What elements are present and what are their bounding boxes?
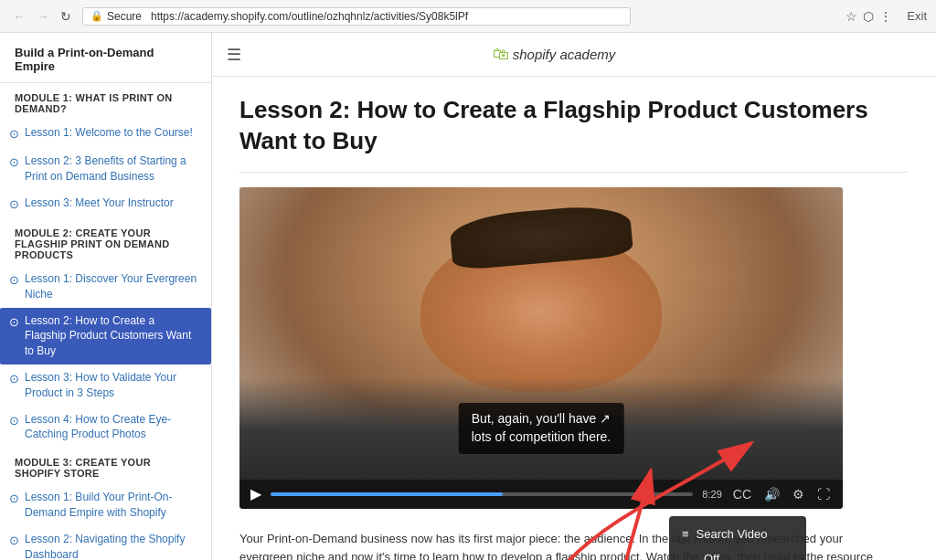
video-player[interactable]: But, again, you'll have ↗ lots of compet…	[239, 187, 843, 509]
caption-line1: But, again, you'll have ↗	[472, 410, 612, 428]
context-menu-search-label: Search Video	[697, 527, 768, 541]
sidebar-item-m1l2[interactable]: ⊙ Lesson 2: 3 Benefits of Starting a Pri…	[0, 148, 211, 190]
browser-action-buttons[interactable]: ☆ ⬡ ⋮	[846, 9, 892, 24]
check-icon: ⊙	[9, 413, 19, 429]
check-icon: ⊙	[9, 533, 19, 549]
video-wrapper: But, again, you'll have ↗ lots of compet…	[239, 187, 843, 527]
forward-button[interactable]: →	[33, 7, 53, 26]
sidebar-item-m3l2[interactable]: ⊙ Lesson 2: Navigating the Shopify Dashb…	[0, 526, 211, 560]
check-icon: ⊙	[9, 272, 19, 289]
fullscreen-button[interactable]: ⛶	[815, 485, 832, 503]
main-content: Lesson 2: How to Create a Flagship Produ…	[212, 77, 936, 560]
play-button[interactable]: ▶	[250, 485, 261, 502]
more-button[interactable]: ⋮	[879, 9, 892, 24]
sidebar-item-m2l1[interactable]: ⊙ Lesson 1: Discover Your Evergreen Nich…	[0, 266, 211, 308]
check-icon: ⊙	[9, 371, 19, 387]
shopify-bag-icon: 🛍	[493, 45, 509, 64]
right-panel: ☰ 🛍 shopify academy Lesson 2: How to Cre…	[212, 33, 936, 560]
sidebar-item-m1l3[interactable]: ⊙ Lesson 3: Meet Your Instructor	[0, 190, 211, 218]
video-controls[interactable]: ▶ 8:29 CC 🔊 ⚙ ⛶	[239, 480, 843, 509]
address-bar[interactable]: 🔒 Secure https://academy.shopify.com/out…	[82, 7, 631, 26]
module-3-header: MODULE 3: Create Your Shopify Store	[0, 448, 211, 484]
progress-fill	[271, 492, 503, 496]
search-video-icon: ≡	[682, 527, 689, 541]
sidebar-item-label: Lesson 2: Navigating the Shopify Dashboa…	[25, 532, 198, 560]
caption-line2: lots of competition there.	[472, 428, 612, 447]
lesson-title: Lesson 2: How to Create a Flagship Produ…	[239, 95, 909, 157]
sidebar-item-label: Lesson 1: Build Your Print-On-Demand Emp…	[25, 490, 198, 521]
sidebar: Build a Print-on-Demand Empire Module 1:…	[0, 33, 212, 560]
sidebar-item-label: Lesson 4: How to Create Eye-Catching Pro…	[25, 412, 198, 443]
progress-bar[interactable]	[271, 492, 693, 496]
sidebar-item-label: Lesson 1: Discover Your Evergreen Niche	[25, 271, 198, 302]
captions-button[interactable]: CC	[731, 485, 753, 503]
sidebar-item-label: Lesson 2: How to Create a Flagship Produ…	[25, 313, 198, 359]
module-2-header: MODULE 2: Create Your Flagship Print on …	[0, 218, 211, 266]
logo-text: shopify academy	[513, 47, 616, 62]
module-1-header: Module 1: What is Print on Demand?	[0, 83, 211, 120]
context-menu-off[interactable]: Off	[669, 546, 806, 560]
app-container: Build a Print-on-Demand Empire Module 1:…	[0, 33, 936, 560]
context-menu[interactable]: ≡ Search Video Off ✓ English	[669, 516, 806, 560]
sidebar-item-label: Lesson 1: Welcome to the Course!	[25, 125, 198, 141]
sidebar-item-m1l1[interactable]: ⊙ Lesson 1: Welcome to the Course!	[0, 120, 211, 148]
nav-buttons[interactable]: ← → ↻	[9, 7, 75, 26]
back-button[interactable]: ←	[9, 7, 29, 26]
context-menu-off-label: Off	[704, 552, 719, 560]
check-icon: ⊙	[9, 314, 19, 331]
check-icon: ⊙	[9, 491, 19, 507]
top-header: ☰ 🛍 shopify academy	[212, 33, 936, 77]
secure-label: Secure	[107, 10, 142, 23]
hamburger-icon[interactable]: ☰	[227, 45, 241, 65]
check-icon: ⊙	[9, 196, 19, 213]
context-menu-search[interactable]: ≡ Search Video	[669, 522, 806, 546]
settings-button[interactable]: ⚙	[791, 485, 806, 503]
check-icon: ⊙	[9, 154, 19, 171]
sidebar-item-label: Lesson 3: Meet Your Instructor	[25, 195, 198, 211]
volume-button[interactable]: 🔊	[762, 485, 782, 503]
caption-overlay: But, again, you'll have ↗ lots of compet…	[459, 403, 624, 453]
sidebar-item-label: Lesson 2: 3 Benefits of Starting a Print…	[25, 153, 198, 185]
shopify-academy-logo: 🛍 shopify academy	[493, 45, 616, 64]
browser-chrome: ← → ↻ 🔒 Secure https://academy.shopify.c…	[0, 0, 936, 33]
check-icon: ⊙	[9, 126, 19, 143]
extensions-button[interactable]: ⬡	[863, 9, 874, 24]
sidebar-title: Build a Print-on-Demand Empire	[0, 33, 211, 83]
lock-icon: 🔒	[90, 10, 103, 22]
bookmark-button[interactable]: ☆	[846, 9, 857, 24]
content-body: Lesson 2: How to Create a Flagship Produ…	[212, 77, 936, 560]
reload-button[interactable]: ↻	[57, 7, 75, 26]
divider	[239, 172, 909, 173]
time-display: 8:29	[702, 489, 721, 500]
sidebar-item-m2l2[interactable]: ⊙ Lesson 2: How to Create a Flagship Pro…	[0, 308, 211, 365]
sidebar-item-m2l3[interactable]: ⊙ Lesson 3: How to Validate Your Product…	[0, 365, 211, 407]
sidebar-item-label: Lesson 3: How to Validate Your Product i…	[25, 370, 198, 401]
url-text: https://academy.shopify.com/outline/ozhq…	[151, 10, 468, 23]
exit-button[interactable]: Exit	[907, 9, 927, 23]
sidebar-item-m3l1[interactable]: ⊙ Lesson 1: Build Your Print-On-Demand E…	[0, 484, 211, 526]
sidebar-item-m2l4[interactable]: ⊙ Lesson 4: How to Create Eye-Catching P…	[0, 407, 211, 449]
